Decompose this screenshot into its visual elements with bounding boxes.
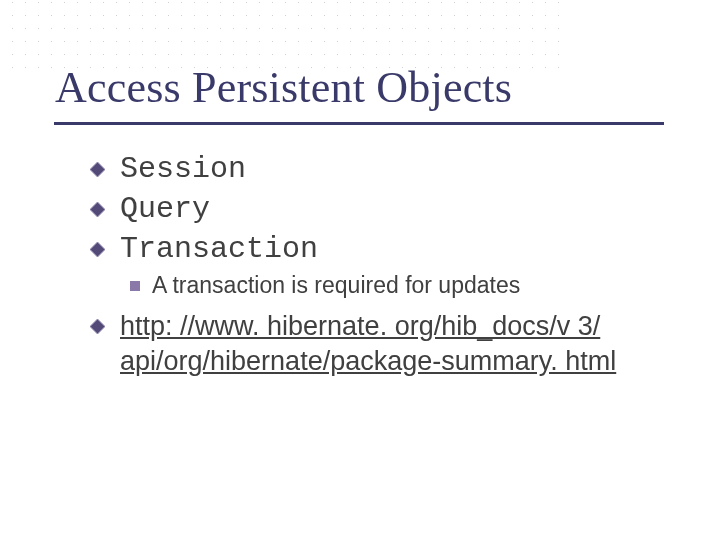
bullet-text: Transaction bbox=[120, 232, 318, 266]
hyperlink[interactable]: http: //www. hibernate. org/hib_docs/v 3… bbox=[120, 311, 616, 376]
slide-title: Access Persistent Objects bbox=[55, 62, 512, 113]
bullet-item: Transaction bbox=[90, 232, 670, 266]
svg-marker-2 bbox=[90, 242, 105, 257]
svg-marker-1 bbox=[90, 202, 105, 217]
bullet-text: Query bbox=[120, 192, 210, 226]
diamond-bullet-icon bbox=[90, 242, 105, 257]
diamond-bullet-icon bbox=[90, 162, 105, 177]
bullet-item-link: http: //www. hibernate. org/hib_docs/v 3… bbox=[90, 309, 680, 378]
sub-bullet-text: A transaction is required for updates bbox=[152, 272, 520, 298]
bullet-text: Session bbox=[120, 152, 246, 186]
diamond-bullet-icon bbox=[90, 202, 105, 217]
slide: Access Persistent Objects Session Query bbox=[0, 0, 720, 540]
bullet-item: Session bbox=[90, 152, 670, 186]
title-underline bbox=[54, 122, 664, 125]
square-bullet-icon bbox=[130, 281, 140, 291]
svg-marker-3 bbox=[90, 319, 105, 334]
svg-marker-0 bbox=[90, 162, 105, 177]
sub-bullet-item: A transaction is required for updates bbox=[130, 272, 670, 299]
body-content: Session Query Transaction A transaction … bbox=[90, 152, 670, 378]
diamond-bullet-icon bbox=[90, 319, 105, 334]
bullet-item: Query bbox=[90, 192, 670, 226]
